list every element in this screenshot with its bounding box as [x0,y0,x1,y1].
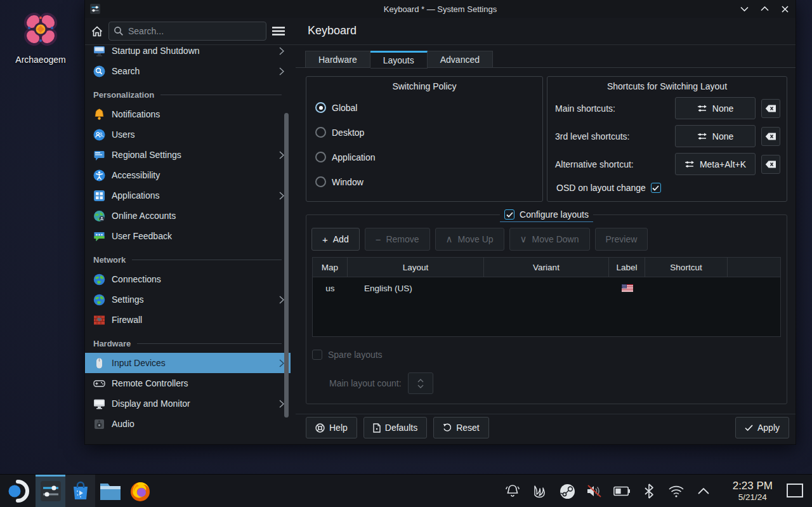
sidebar-item-connections[interactable]: Connections [85,269,291,289]
remove-button[interactable]: − Remove [365,228,430,251]
layouts-table: Map Layout Variant Label Shortcut us Eng… [312,257,781,337]
monitor-icon [93,398,105,410]
sidebar-item-network-settings[interactable]: Settings [85,289,291,310]
sidebar-list: Startup and Shutdown Search Personalizat… [85,45,291,444]
sidebar-section-personalization: Personalization [85,81,291,104]
table-row[interactable]: us English (US) [313,277,780,299]
defaults-button[interactable]: Defaults [363,417,427,438]
third-level-shortcuts-button[interactable]: None [675,125,756,147]
sidebar-item-startup-and-shutdown[interactable]: Startup and Shutdown [85,45,291,61]
system-tray [504,475,712,507]
bluetooth-tray-icon[interactable] [641,483,657,499]
clear-alternative-shortcut-button[interactable] [761,155,780,174]
show-desktop-button[interactable] [787,484,803,497]
wifi-tray-icon[interactable] [668,483,684,499]
spare-layouts-checkbox[interactable] [312,350,322,360]
tab-advanced[interactable]: Advanced [428,51,493,68]
main-shortcuts-button[interactable]: None [675,97,756,119]
app-launcher-button[interactable] [0,475,36,507]
radio-application[interactable]: Application [315,152,542,162]
task-discover[interactable] [65,475,95,507]
sidebar-item-users[interactable]: Users [85,124,291,145]
move-up-button[interactable]: ∧ Move Up [435,228,504,251]
globe-icon [93,273,105,286]
gamepad-icon [93,378,105,390]
configure-layouts-toggle[interactable]: Configure layouts [500,209,593,222]
sidebar-item-audio[interactable]: Audio [85,414,291,434]
sidebar-item-remote-controllers[interactable]: Remote Controllers [85,373,291,393]
radio-window[interactable]: Window [315,176,542,187]
preview-button[interactable]: Preview [595,228,648,251]
home-button[interactable] [90,24,104,38]
chevron-right-icon [279,359,284,367]
sidebar-item-input-devices[interactable]: Input Devices [85,353,291,373]
discover-icon [70,480,91,502]
sidebar-item-applications[interactable]: Applications [85,185,291,206]
sidebar-item-user-feedback[interactable]: User Feedback [85,226,291,246]
flower-icon [20,9,61,49]
help-icon [315,423,325,433]
osd-checkbox[interactable] [651,183,661,193]
chevron-up-icon: ∧ [446,234,453,245]
sidebar-item-online-accounts[interactable]: Online Accounts [85,206,291,226]
tab-hardware[interactable]: Hardware [305,51,370,68]
radio-button-icon [315,152,326,162]
spare-layouts-row[interactable]: Spare layouts [312,350,383,360]
apply-button[interactable]: Apply [735,417,789,438]
radio-desktop[interactable]: Desktop [315,127,542,138]
flame-tray-icon[interactable] [532,483,548,499]
sidebar-scrollbar[interactable] [284,113,289,418]
radio-button-icon [315,102,326,113]
titlebar[interactable]: Keyboard * — System Settings [85,0,796,18]
applications-icon [93,190,105,202]
osd-checkbox-row[interactable]: OSD on layout change [556,183,787,193]
notifications-tray-icon[interactable] [504,483,521,499]
search-input[interactable] [108,22,266,41]
sidebar-item-accessibility[interactable]: Accessibility [85,165,291,185]
radio-global[interactable]: Global [315,102,542,113]
osd-label: OSD on layout change [556,183,646,193]
firefox-icon [129,480,152,503]
reset-button[interactable]: Reset [433,417,489,438]
configure-layouts-checkbox[interactable] [504,209,514,220]
close-button[interactable] [779,3,790,15]
shortcut-config-icon [697,132,707,141]
minimize-button[interactable] [738,3,750,15]
window-title: Keyboard * — System Settings [85,4,796,14]
sidebar-item-firewall[interactable]: Firewall [85,310,291,330]
maximize-button[interactable] [759,3,770,15]
task-system-settings[interactable] [36,475,65,507]
clear-third-level-shortcut-button[interactable] [761,127,780,146]
sidebar-item-notifications[interactable]: Notifications [85,104,291,124]
menu-button[interactable] [271,23,286,39]
folder-icon [99,481,122,501]
help-button[interactable]: Help [306,417,357,438]
configure-layouts-frame: Configure layouts + Add − Remove ∧ Move … [306,214,787,404]
shortcut-config-icon [697,104,707,113]
sidebar-item-display-and-monitor[interactable]: Display and Monitor [85,393,291,414]
battery-tray-icon[interactable] [613,483,630,499]
tray-expander-icon[interactable] [695,483,712,499]
backspace-icon [765,133,776,140]
volume-muted-tray-icon[interactable] [586,483,603,499]
main-layout-count-spinner[interactable] [408,372,433,394]
clock-date: 5/21/24 [738,492,767,502]
alternative-shortcut-button[interactable]: Meta+Alt+K [675,153,756,175]
tab-layouts[interactable]: Layouts [370,51,428,69]
steam-tray-icon[interactable] [559,483,575,499]
backspace-icon [765,161,776,168]
chevron-right-icon [279,67,284,76]
sidebar-item-search[interactable]: Search [85,61,291,81]
radio-button-icon [315,127,326,138]
sidebar-item-regional-settings[interactable]: Regional Settings [85,145,291,165]
move-down-button[interactable]: ∨ Move Down [509,228,590,251]
shortcuts-group: Shortcuts for Switching Layout Main shor… [547,76,787,202]
us-flag-icon [622,284,633,292]
speaker-icon [93,418,105,430]
task-firefox[interactable] [125,475,155,507]
clock[interactable]: 2:23 PM 5/21/24 [733,475,773,507]
desktop-icon-archaeogem[interactable]: Archaeogem [9,9,72,65]
task-file-manager[interactable] [95,475,125,507]
add-button[interactable]: + Add [311,228,360,251]
clear-main-shortcut-button[interactable] [761,99,780,118]
